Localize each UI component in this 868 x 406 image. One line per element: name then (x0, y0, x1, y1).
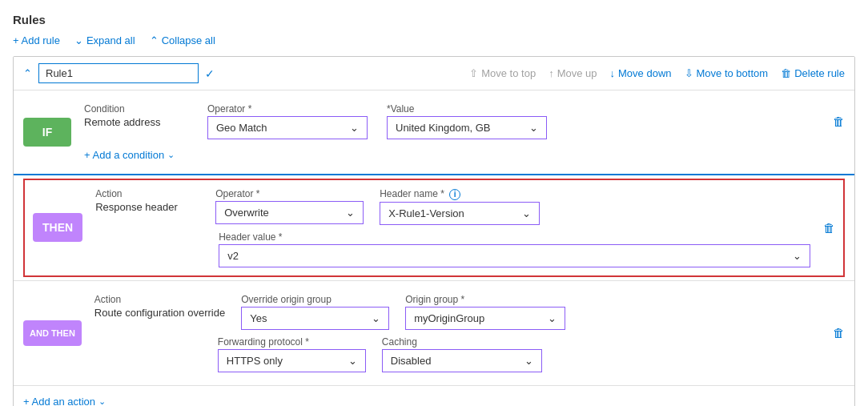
rule-header: ⌃ ✓ ⇧ Move to top ↑ Move up ↓ Move down … (14, 57, 854, 90)
then-label-group: Action Response header (95, 188, 199, 213)
chevron-down-icon: ⌄ (793, 250, 802, 262)
then-content: Action Response header Operator * Overwr… (95, 188, 810, 267)
expand-icon: ⌄ (74, 34, 83, 46)
andthen-row2: Forwarding protocol * HTTPS only ⌄ Cachi… (218, 336, 820, 372)
chevron-down-icon: ⌄ (346, 207, 355, 219)
chevron-down-icon: ⌄ (522, 207, 531, 219)
toolbar: + Add rule ⌄ Expand all ⌃ Collapse all (13, 34, 855, 46)
collapse-rule-icon[interactable]: ⌃ (23, 67, 32, 79)
condition-delete-button[interactable]: 🗑 (833, 115, 845, 128)
forwarding-dropdown[interactable]: HTTPS only ⌄ (218, 349, 366, 372)
move-down-icon: ↓ (610, 67, 616, 79)
header-value-dropdown[interactable]: v2 ⌄ (219, 244, 810, 267)
caching-dropdown[interactable]: Disabled ⌄ (382, 349, 542, 372)
then-section: THEN Action Response header Operator * O… (23, 179, 845, 277)
chevron-down-icon: ⌄ (524, 355, 533, 367)
origin-group-dropdown[interactable]: myOriginGroup ⌄ (405, 307, 565, 330)
andthen-label-group: Action Route configuration override (94, 294, 225, 319)
rule-header-right: ⇧ Move to top ↑ Move up ↓ Move down ⇩ Mo… (469, 67, 845, 79)
forwarding-label: Forwarding protocol * (218, 336, 366, 348)
add-condition-button[interactable]: + Add a condition ⌄ (84, 149, 845, 161)
caching-group: Caching Disabled ⌄ (382, 336, 542, 372)
then-badge: THEN (33, 213, 82, 242)
origin-group-label: Origin group * (405, 294, 565, 305)
andthen-delete-button[interactable]: 🗑 (833, 326, 845, 340)
andthen-action-value: Route configuration override (94, 307, 225, 319)
forwarding-group: Forwarding protocol * HTTPS only ⌄ (218, 336, 366, 372)
value-label: *Value (387, 103, 547, 115)
then-operator-label: Operator * (215, 188, 364, 199)
chevron-down-icon: ⌄ (350, 122, 359, 134)
andthen-action-label: Action (94, 294, 225, 305)
then-operator-dropdown[interactable]: Overwrite ⌄ (215, 201, 364, 224)
if-content: Condition Remote address Operator * Geo … (84, 103, 845, 161)
andthen-content: Action Route configuration override Over… (94, 294, 820, 372)
chevron-down-icon: ⌄ (548, 312, 557, 324)
move-to-bottom-button[interactable]: ⇩ Move to bottom (685, 67, 769, 79)
rule-card: ⌃ ✓ ⇧ Move to top ↑ Move up ↓ Move down … (13, 56, 855, 406)
origin-group-group: Origin group * myOriginGroup ⌄ (405, 294, 565, 330)
value-group: *Value United Kingdom, GB ⌄ (387, 103, 547, 139)
if-section: IF Condition Remote address Operator * G… (14, 90, 854, 175)
condition-label: Condition (84, 103, 188, 115)
then-delete-button[interactable]: 🗑 (823, 221, 835, 235)
andthen-section: AND THEN Action Route configuration over… (14, 281, 854, 386)
andthen-badge: AND THEN (23, 320, 82, 346)
chevron-down-icon: ⌄ (372, 312, 380, 324)
caching-label: Caching (382, 336, 542, 348)
then-action-value: Response header (95, 201, 199, 213)
chevron-down-icon: ⌄ (348, 355, 357, 367)
condition-row: Condition Remote address Operator * Geo … (84, 103, 845, 139)
collapse-icon: ⌃ (150, 34, 159, 46)
then-operator-group: Operator * Overwrite ⌄ (215, 188, 364, 224)
override-label: Override origin group (241, 294, 389, 305)
move-up-button[interactable]: ↑ Move up (549, 67, 597, 79)
page-title: Rules (13, 13, 855, 26)
move-down-button[interactable]: ↓ Move down (610, 67, 672, 79)
operator-label: Operator * (207, 103, 368, 115)
move-to-top-icon: ⇧ (469, 67, 478, 79)
delete-icon: 🗑 (781, 67, 791, 79)
then-row: Action Response header Operator * Overwr… (95, 188, 810, 225)
header-name-label: Header name * i (380, 188, 540, 200)
rule-name-input[interactable] (38, 63, 199, 83)
rule-body: IF Condition Remote address Operator * G… (14, 90, 854, 406)
if-badge: IF (23, 118, 71, 147)
move-to-bottom-icon: ⇩ (685, 67, 693, 79)
header-value-group: Header value * v2 ⌄ (219, 231, 810, 267)
override-dropdown[interactable]: Yes ⌄ (241, 307, 389, 330)
chevron-down-icon: ⌄ (167, 150, 175, 160)
header-value-label: Header value * (219, 231, 810, 243)
condition-value: Remote address (84, 116, 188, 128)
then-action-label: Action (95, 188, 199, 199)
check-icon[interactable]: ✓ (205, 67, 215, 80)
chevron-down-icon: ⌄ (98, 396, 106, 407)
operator-group: Operator * Geo Match ⌄ (207, 103, 368, 139)
move-to-top-button[interactable]: ⇧ Move to top (469, 67, 536, 79)
header-name-group: Header name * i X-Rule1-Version ⌄ (380, 188, 540, 225)
andthen-row: Action Route configuration override Over… (94, 294, 820, 330)
rule-header-left: ⌃ ✓ (23, 63, 215, 83)
collapse-all-button[interactable]: ⌃ Collapse all (150, 34, 215, 46)
header-name-dropdown[interactable]: X-Rule1-Version ⌄ (380, 202, 540, 225)
override-group: Override origin group Yes ⌄ (241, 294, 389, 330)
header-value-row: Header value * v2 ⌄ (95, 231, 810, 267)
then-section-wrapper: THEN Action Response header Operator * O… (14, 175, 854, 281)
operator-dropdown[interactable]: Geo Match ⌄ (207, 116, 368, 139)
chevron-down-icon: ⌄ (529, 122, 538, 134)
delete-rule-button[interactable]: 🗑 Delete rule (781, 67, 845, 79)
value-dropdown[interactable]: United Kingdom, GB ⌄ (387, 116, 547, 139)
move-up-icon: ↑ (549, 67, 554, 79)
add-action-button[interactable]: + Add an action ⌄ (14, 386, 854, 407)
info-icon[interactable]: i (449, 189, 460, 200)
condition-label-group: Condition Remote address (84, 103, 188, 128)
add-rule-button[interactable]: + Add rule (13, 34, 60, 46)
expand-all-button[interactable]: ⌄ Expand all (74, 34, 135, 46)
